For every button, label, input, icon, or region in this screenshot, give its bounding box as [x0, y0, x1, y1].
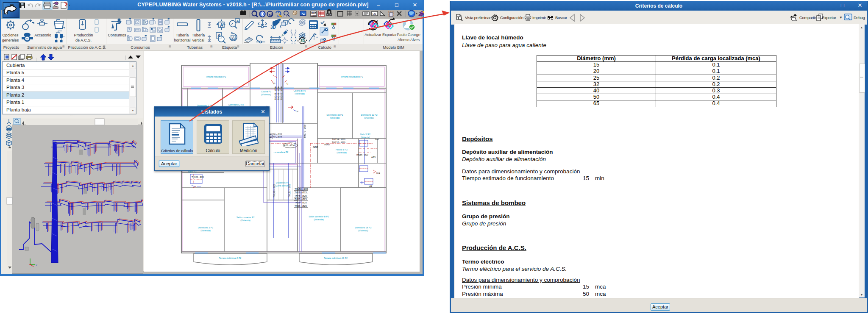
- svg-text:Bd4: Bd4: [376, 172, 380, 175]
- svg-text:Cocina P2: Cocina P2: [261, 90, 271, 93]
- svg-text:A: A: [236, 19, 239, 23]
- svg-text:Terraza individual A P2: Terraza individual A P2: [219, 257, 242, 259]
- svg-text:(Vivienda): (Vivienda): [364, 117, 374, 119]
- svg-text:TH123 - Ø20: TH123 - Ø20: [192, 176, 204, 178]
- svg-text:TH78 - Ø25: TH78 - Ø25: [295, 195, 307, 197]
- svg-text:Baño 32 P2: Baño 32 P2: [360, 133, 370, 136]
- svg-text:(Vivienda): (Vivienda): [200, 229, 211, 232]
- svg-text:Ld2: Ld2: [369, 185, 373, 187]
- svg-text:Ld: Ld: [296, 110, 298, 113]
- svg-text:TH171 - Ø20: TH171 - Ø20: [303, 125, 306, 138]
- svg-text:Terraza individual P2: Terraza individual P2: [206, 75, 226, 78]
- svg-text:AØ25: AØ25: [313, 146, 318, 148]
- svg-text:(Vivienda): (Vivienda): [330, 117, 340, 119]
- svg-text:TH102 - Ø20: TH102 - Ø20: [280, 86, 283, 100]
- svg-text:A28 - Ø34: A28 - Ø34: [284, 144, 295, 147]
- svg-text:Dormitorio 38 P2: Dormitorio 38 P2: [355, 226, 372, 229]
- svg-text:(Zona común): (Zona común): [275, 184, 289, 187]
- svg-text:TH55 - Ø25: TH55 - Ø25: [295, 198, 307, 200]
- svg-text:LN: LN: [373, 12, 376, 15]
- svg-text:A: A: [232, 36, 235, 40]
- svg-text:Salón comedor B P2: Salón comedor B P2: [309, 215, 329, 218]
- svg-text:AØ5: AØ5: [371, 156, 376, 158]
- svg-text:Dormitorio 3 P2: Dormitorio 3 P2: [198, 226, 213, 229]
- svg-text:Pasillo B P2: Pasillo B P2: [336, 148, 348, 151]
- svg-text:Salón comedor P2: Salón comedor P2: [236, 216, 255, 219]
- svg-text:Dormitorio 12 P2: Dormitorio 12 P2: [361, 114, 378, 116]
- svg-text:(Vivienda): (Vivienda): [314, 218, 324, 221]
- svg-text:AQ57 - Ø27: AQ57 - Ø27: [270, 136, 282, 139]
- svg-text:Escaleras P2: Escaleras P2: [276, 181, 289, 184]
- svg-text:(Vivienda): (Vivienda): [261, 93, 271, 96]
- svg-text:3D: 3D: [300, 39, 305, 43]
- svg-text:A: A: [220, 22, 223, 28]
- svg-text:Cocina B P2: Cocina B P2: [294, 89, 306, 92]
- svg-text:TH143 - Ø20: TH143 - Ø20: [274, 86, 277, 100]
- svg-text:Lj: Lj: [287, 82, 288, 85]
- svg-text:TH16 - Ø25: TH16 - Ø25: [295, 201, 307, 204]
- svg-text:AQ88 - Ø28: AQ88 - Ø28: [270, 133, 282, 136]
- svg-text:(Vivienda): (Vivienda): [295, 92, 305, 95]
- svg-text:...o escalera P2: ...o escalera P2: [273, 151, 288, 153]
- svg-text:3D: 3D: [7, 128, 11, 131]
- svg-text:Dormitorio 32 P2: Dormitorio 32 P2: [327, 114, 343, 116]
- svg-text:Fr: Fr: [273, 82, 275, 85]
- svg-text:3D: 3D: [270, 25, 276, 30]
- svg-text:DWG: DWG: [312, 14, 317, 17]
- svg-text:(Vivienda): (Vivienda): [337, 151, 347, 154]
- svg-text:TH26 - Ø25: TH26 - Ø25: [295, 205, 307, 207]
- svg-text:Terraza individual A1 P2: Terraza individual A1 P2: [324, 257, 348, 259]
- svg-text:TH156 - Ø20: TH156 - Ø20: [356, 153, 368, 156]
- svg-text:(Vivienda): (Vivienda): [358, 229, 368, 232]
- svg-text:(Vivienda): (Vivienda): [361, 136, 370, 139]
- svg-text:TH19 - Ø25: TH19 - Ø25: [295, 191, 307, 194]
- svg-text:(Vivienda): (Vivienda): [240, 219, 250, 222]
- svg-text:TH157 - Ø20: TH157 - Ø20: [332, 141, 345, 144]
- svg-text:Terraza individual B P2: Terraza individual B P2: [340, 75, 363, 78]
- svg-text:TH150 - Ø25: TH150 - Ø25: [295, 188, 308, 190]
- svg-text:Ba3: Ba3: [375, 138, 379, 141]
- svg-text:Dormitorio 2 P2: Dormitorio 2 P2: [228, 103, 244, 106]
- svg-text:TH148 - Ø20: TH148 - Ø20: [277, 86, 280, 100]
- svg-text:x2: x2: [269, 13, 273, 17]
- svg-text:AØ57: AØ57: [324, 143, 330, 146]
- svg-text:TH154 - Ø20: TH154 - Ø20: [332, 138, 345, 141]
